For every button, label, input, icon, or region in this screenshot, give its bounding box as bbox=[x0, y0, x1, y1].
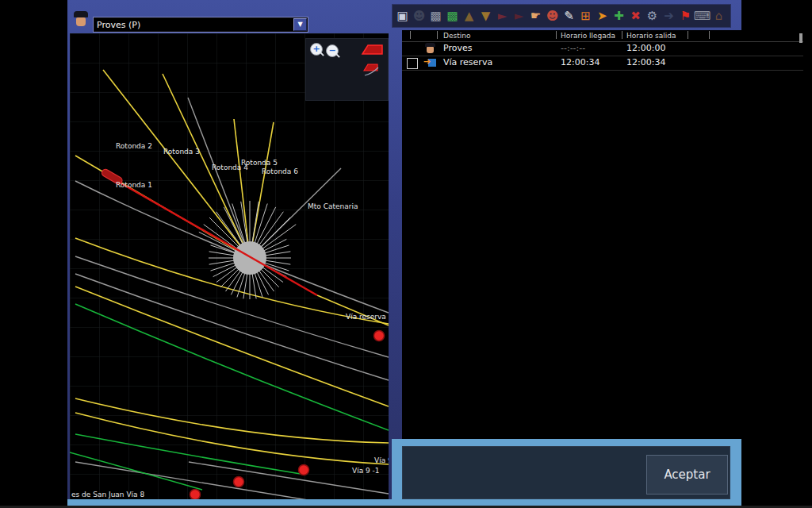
user-button[interactable]: ☻ bbox=[411, 6, 427, 25]
users-icon: ☻ bbox=[546, 10, 559, 22]
expand-button[interactable]: ⊞ bbox=[577, 6, 594, 25]
column-horario-salida[interactable]: Horario salida bbox=[626, 32, 676, 40]
hand-button[interactable]: ☛ bbox=[527, 6, 544, 25]
depot-icon: ⌂ bbox=[715, 10, 723, 22]
grid-small-icon: ▩ bbox=[430, 10, 441, 22]
schedule-table: Destino Horario llegada Horario salida P… bbox=[402, 30, 803, 439]
toolbar-icons: ▣☻▩▩▲▼►►☛☻✎⊞➤✚✖⚙➔⚑⌨⌂ bbox=[392, 4, 731, 28]
users-button[interactable]: ☻ bbox=[544, 6, 561, 25]
accept-button[interactable]: Aceptar bbox=[646, 455, 728, 495]
cell-llegada: --:--:-- bbox=[561, 43, 585, 53]
cell-destino: Proves bbox=[443, 43, 472, 53]
add-step-button[interactable]: ✚ bbox=[611, 6, 627, 25]
map-label: Rotonda 2 bbox=[116, 142, 152, 150]
footer-panel: Aceptar bbox=[402, 446, 730, 499]
map-label: Vía reserva bbox=[346, 313, 386, 321]
map-grid bbox=[70, 33, 389, 500]
user-icon: ☻ bbox=[413, 10, 426, 22]
map-controls-panel: + − bbox=[305, 38, 389, 101]
column-horario-llegada[interactable]: Horario llegada bbox=[561, 32, 615, 40]
import-button[interactable]: ➔ bbox=[661, 6, 677, 25]
cell-destino: Vía reserva bbox=[443, 57, 492, 67]
import-icon: ➔ bbox=[664, 10, 674, 22]
train-dot[interactable] bbox=[190, 490, 201, 500]
move-up-button[interactable]: ▲ bbox=[461, 6, 477, 25]
map-label: Vía 9 -1 bbox=[352, 467, 380, 475]
console-button[interactable]: ⌨ bbox=[694, 6, 710, 25]
map-label: Rotonda 6 bbox=[262, 167, 298, 175]
table-row[interactable]: ➔ Vía reserva 12:00:34 12:00:34 bbox=[402, 56, 803, 71]
train-dot[interactable] bbox=[234, 477, 244, 487]
move-down-button[interactable]: ▼ bbox=[477, 6, 494, 25]
unlock-icon: ✖ bbox=[630, 10, 641, 22]
train-dot[interactable] bbox=[299, 465, 309, 475]
cell-llegada: 12:00:34 bbox=[561, 57, 599, 67]
map-label: Mto Catenaria bbox=[308, 202, 358, 210]
settings-box-icon: ⚙ bbox=[647, 10, 657, 22]
move-up-icon: ▲ bbox=[465, 10, 474, 22]
edit-button[interactable]: ✎ bbox=[561, 6, 577, 25]
map-label: Rotonda 1 bbox=[116, 181, 152, 189]
app-window: Proves (P) ▼ bbox=[67, 0, 741, 506]
move-down-icon: ▼ bbox=[481, 10, 491, 22]
turntable-center bbox=[233, 241, 266, 275]
map-label: Rotonda 5 bbox=[241, 159, 278, 167]
column-destino[interactable]: Destino bbox=[443, 32, 470, 40]
flag-icon: ⚑ bbox=[680, 10, 691, 22]
conductor-avatar-icon bbox=[73, 11, 89, 32]
add-route-button[interactable]: ➤ bbox=[594, 6, 611, 25]
grid-large-button[interactable]: ▩ bbox=[444, 6, 461, 25]
map-label: Vía 9 bbox=[374, 456, 389, 464]
route-shape-icon[interactable] bbox=[361, 43, 385, 57]
hand-icon: ☛ bbox=[530, 10, 541, 22]
dropdown-selected-value: Proves (P) bbox=[94, 19, 293, 31]
unlock-button[interactable]: ✖ bbox=[627, 6, 644, 25]
step-forward-button[interactable]: ► bbox=[494, 6, 511, 25]
cell-salida: 12:00:34 bbox=[626, 57, 665, 67]
add-step-icon: ✚ bbox=[614, 10, 624, 22]
step-last-button[interactable]: ► bbox=[511, 6, 527, 25]
track-map-svg: Rotonda 2Rotonda 3Rotonda 4Rotonda 5Roto… bbox=[70, 33, 389, 500]
step-last-icon: ► bbox=[515, 10, 524, 22]
expand-icon: ⊞ bbox=[580, 10, 591, 22]
train-dot[interactable] bbox=[374, 331, 385, 341]
flag-button[interactable]: ⚑ bbox=[677, 6, 694, 25]
table-row[interactable]: Proves --:--:-- 12:00:00 bbox=[402, 42, 803, 56]
console-icon: ⌨ bbox=[694, 10, 711, 22]
assign-track-icon: ➔ bbox=[424, 58, 436, 68]
map-label: es de San Juan Vía 8 bbox=[71, 491, 144, 498]
footer-frame: Aceptar bbox=[392, 439, 741, 506]
grid-large-icon: ▩ bbox=[446, 10, 458, 22]
row-checkbox[interactable] bbox=[407, 58, 418, 69]
grid-small-button[interactable]: ▩ bbox=[427, 6, 444, 25]
zoom-in-icon[interactable]: + bbox=[310, 43, 323, 56]
zoom-out-icon[interactable]: − bbox=[326, 44, 339, 57]
chevron-down-icon[interactable]: ▼ bbox=[293, 18, 307, 31]
train-select-dropdown[interactable]: Proves (P) ▼ bbox=[94, 17, 308, 32]
edit-icon: ✎ bbox=[564, 10, 574, 22]
depot-button[interactable]: ⌂ bbox=[710, 6, 727, 25]
save-icon: ▣ bbox=[396, 10, 408, 22]
conductor-icon bbox=[424, 43, 435, 55]
save-button[interactable]: ▣ bbox=[394, 6, 411, 25]
map-label: Rotonda 3 bbox=[163, 148, 200, 156]
table-header: Destino Horario llegada Horario salida bbox=[402, 30, 803, 42]
cell-salida: 12:00:00 bbox=[626, 43, 665, 53]
step-forward-icon: ► bbox=[498, 10, 508, 22]
add-route-icon: ➤ bbox=[597, 10, 607, 22]
track-map[interactable]: Rotonda 2Rotonda 3Rotonda 4Rotonda 5Roto… bbox=[70, 33, 389, 500]
route-shape-small-icon[interactable] bbox=[362, 61, 381, 79]
settings-box-button[interactable]: ⚙ bbox=[644, 6, 661, 25]
